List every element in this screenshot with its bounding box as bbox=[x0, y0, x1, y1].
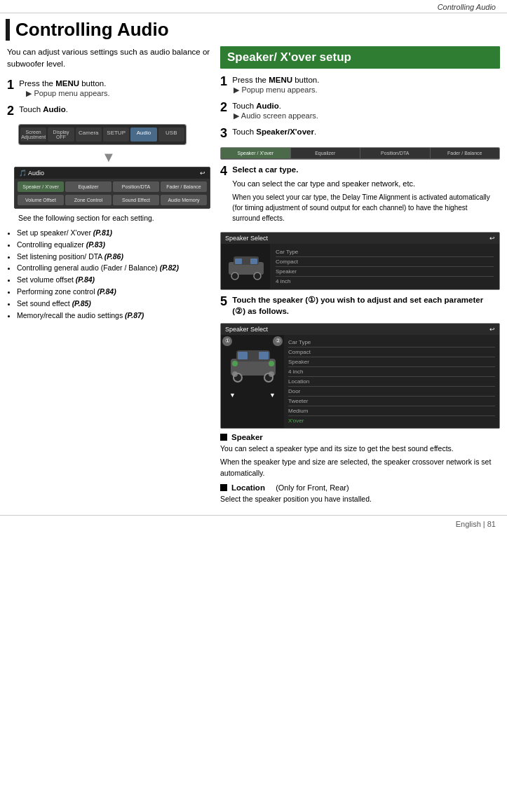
left-step-1: 1 Press the MENU button. ▶ Popup menu ap… bbox=[7, 78, 210, 98]
right-step-2-number: 2 bbox=[220, 100, 227, 116]
s5-title: Speaker Select bbox=[225, 326, 268, 333]
grid-equalizer: Equalizer bbox=[65, 181, 111, 192]
s5-row-cartype: Car Type bbox=[288, 338, 495, 347]
toolbar-setup: SETUP bbox=[103, 128, 129, 142]
s5-car-area: ① ② bbox=[221, 335, 284, 428]
tab-equalizer: Equalizer bbox=[291, 148, 361, 158]
toolbar-usb: USB bbox=[158, 128, 184, 142]
car-svg bbox=[225, 248, 267, 283]
ss1-back: ↩ bbox=[489, 235, 495, 242]
tab-fader-balance: Fader / Balance bbox=[431, 148, 500, 158]
ss1-row-compact: Compact bbox=[276, 257, 494, 267]
toolbar-screen-adjustment: ScreenAdjustment bbox=[20, 128, 46, 142]
audio-menu-header: 🎵 Audio ↩ bbox=[15, 167, 210, 179]
ss1-body: Car Type Compact Speaker 4 inch bbox=[221, 244, 499, 289]
s5-body: ① ② bbox=[221, 335, 499, 428]
section-header: Speaker/ X'over setup bbox=[220, 46, 500, 69]
content-area: You can adjust various settings such as … bbox=[0, 46, 507, 508]
right-step-1-sub: ▶ Popup menu appears. bbox=[234, 85, 495, 95]
speaker-text2: When the speaker type and size are selec… bbox=[220, 457, 500, 479]
right-step-1-title: Press the MENU button. bbox=[232, 74, 495, 85]
bullet-1: Set up speaker/ X'over (P.81) bbox=[17, 227, 210, 239]
bullet-3: Set listening position/ DTA (P.86) bbox=[17, 251, 210, 263]
left-step-2: 2 Touch Audio. bbox=[7, 104, 210, 119]
circle-label-2: ② bbox=[273, 336, 283, 346]
bullet-list: Set up speaker/ X'over (P.81) Controllin… bbox=[17, 227, 210, 321]
bullet-6: Performing zone control (P.84) bbox=[17, 286, 210, 298]
audio-grid-row1: Speaker / X'over Equalizer Position/DTA … bbox=[15, 179, 210, 195]
s5-row-speaker: Speaker bbox=[288, 357, 495, 367]
right-step-3-content: Touch Speaker/X'over. bbox=[232, 126, 495, 137]
right-step-1-number: 1 bbox=[220, 74, 227, 90]
grid-speaker-xover: Speaker / X'over bbox=[18, 181, 64, 192]
right-step-5-number: 5 bbox=[220, 294, 227, 310]
step-1-title: Press the MENU button. bbox=[19, 78, 205, 89]
audio-menu-back: ↩ bbox=[200, 170, 205, 177]
right-step-4-content: Select a car type. You can select the ca… bbox=[232, 164, 495, 227]
right-step-3: 3 Touch Speaker/X'over. bbox=[220, 126, 500, 142]
s5-back: ↩ bbox=[489, 326, 495, 333]
step-2-content: Touch Audio. bbox=[19, 104, 205, 115]
svg-rect-4 bbox=[235, 259, 242, 264]
s5-header: Speaker Select ↩ bbox=[221, 324, 499, 335]
right-step-1-content: Press the MENU button. ▶ Popup menu appe… bbox=[232, 74, 495, 95]
step3-speaker-menu: Speaker / X'over Equalizer Position/DTA … bbox=[220, 147, 500, 160]
s5-row-location: Location bbox=[288, 377, 495, 387]
ss1-row-cartype: Car Type bbox=[276, 247, 494, 257]
svg-point-15 bbox=[269, 371, 274, 377]
section-note: See the following section for each setti… bbox=[18, 213, 210, 224]
right-step-2-title: Touch Audio. bbox=[232, 100, 495, 111]
ss1-row-speaker: Speaker bbox=[276, 267, 494, 277]
svg-rect-11 bbox=[259, 352, 269, 359]
tab-position-dta: Position/DTA bbox=[360, 148, 431, 158]
svg-point-14 bbox=[232, 371, 238, 377]
step-2-title: Touch Audio. bbox=[19, 104, 205, 115]
bullet-5: Set volume offset (P.84) bbox=[17, 274, 210, 286]
grid-position-dta: Position/DTA bbox=[113, 181, 159, 192]
step4-desc2: When you select your car type, the Delay… bbox=[232, 192, 495, 223]
step-2-number: 2 bbox=[7, 104, 14, 119]
s5-right: Car Type Compact Speaker 4 inch Location bbox=[284, 335, 499, 428]
circle-label-1: ① bbox=[222, 336, 232, 346]
s5-row-tweeter: Tweeter bbox=[288, 397, 495, 406]
screen-toolbar: ScreenAdjustment Display OFF Camera SETU… bbox=[19, 125, 186, 144]
footer-text: English | 81 bbox=[456, 520, 496, 528]
ss1-car-image bbox=[221, 244, 270, 289]
arrow-down: ▼ bbox=[7, 149, 210, 165]
ss1-title: Speaker Select bbox=[225, 235, 268, 242]
bullet-2: Controlling equalizer (P.83) bbox=[17, 239, 210, 251]
svg-point-3 bbox=[254, 273, 261, 280]
right-step-5-content: Touch the speaker (①) you wish to adjust… bbox=[232, 294, 495, 317]
svg-rect-5 bbox=[250, 259, 257, 264]
step-1-content: Press the MENU button. ▶ Popup menu appe… bbox=[19, 78, 205, 98]
right-column: Speaker/ X'over setup 1 Press the MENU b… bbox=[220, 46, 500, 508]
bullet-8: Memory/recall the audio settings (P.87) bbox=[17, 310, 210, 322]
right-step-1: 1 Press the MENU button. ▶ Popup menu ap… bbox=[220, 74, 500, 95]
grid-audio-memory: Audio Memory bbox=[161, 195, 207, 205]
audio-grid-row2: Volume Offset Zone Control Sound Effect … bbox=[15, 195, 210, 208]
step4-desc1: You can select the car type and speaker … bbox=[232, 178, 495, 190]
speaker-select-box-1: Speaker Select ↩ Car Type bbox=[220, 232, 500, 290]
location-text1: Select the speaker position you have ins… bbox=[220, 494, 500, 505]
step-1-number: 1 bbox=[7, 78, 14, 93]
right-step-4-title: Select a car type. bbox=[232, 164, 495, 175]
left-column: You can adjust various settings such as … bbox=[7, 46, 210, 508]
ss1-header: Speaker Select ↩ bbox=[221, 233, 499, 244]
location-extra-text: (Only for Front, Rear) bbox=[276, 483, 349, 492]
page-footer: English | 81 bbox=[0, 515, 507, 532]
toolbar-audio: Audio bbox=[130, 128, 156, 142]
speaker-menu-tabs: Speaker / X'over Equalizer Position/DTA … bbox=[221, 148, 499, 159]
intro-text: You can adjust various settings such as … bbox=[7, 46, 210, 71]
car-svg-2 bbox=[225, 339, 281, 388]
location-square-icon bbox=[220, 484, 227, 491]
svg-point-12 bbox=[232, 361, 238, 366]
speaker-square-icon bbox=[220, 434, 227, 441]
audio-menu-screen: 🎵 Audio ↩ Speaker / X'over Equalizer Pos… bbox=[14, 167, 210, 209]
grid-volume-offset: Volume Offset bbox=[18, 195, 64, 205]
step-1-sub: ▶ Popup menu appears. bbox=[26, 89, 205, 98]
right-step-4: 4 Select a car type. You can select the … bbox=[220, 164, 500, 227]
main-title-bar: Controlling Audio bbox=[6, 19, 499, 41]
audio-menu-title: 🎵 Audio bbox=[19, 170, 44, 177]
s5-row-4inch: 4 inch bbox=[288, 367, 495, 377]
bullet-7: Set sound effect (P.85) bbox=[17, 298, 210, 310]
